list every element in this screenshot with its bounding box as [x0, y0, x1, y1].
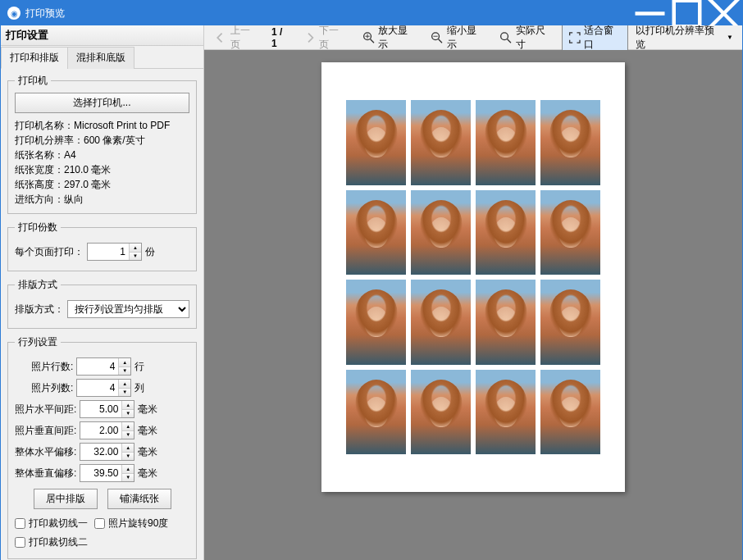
svg-line-12: [508, 39, 511, 42]
photo-thumbnail: [411, 190, 471, 275]
actual-size-icon: [499, 30, 513, 45]
grid-group: 行列设置 照片行数: ▲▼ 行 照片列数: ▲▼ 列 照片水平间距:: [7, 335, 197, 559]
rotate90-checkbox[interactable]: [94, 518, 105, 529]
tab-print-layout[interactable]: 打印和排版: [1, 47, 68, 69]
page-info: 1 / 1: [267, 26, 295, 49]
hoff-input[interactable]: ▲▼: [80, 443, 134, 461]
photo-thumbnail: [411, 370, 471, 455]
maximize-button[interactable]: [668, 1, 705, 25]
photo-thumbnail: [540, 190, 600, 275]
svg-point-11: [501, 32, 508, 39]
photo-thumbnail: [476, 370, 536, 455]
select-printer-button[interactable]: 选择打印机...: [15, 93, 189, 113]
titlebar: ◉ 打印预览: [1, 1, 742, 25]
fit-window-icon: [568, 30, 582, 45]
copies-input[interactable]: ▲▼: [87, 243, 142, 261]
printer-group: 打印机 选择打印机... 打印机名称：Microsoft Print to PD…: [7, 74, 197, 214]
page-preview: [321, 62, 625, 492]
app-icon: ◉: [7, 7, 21, 20]
svg-line-9: [439, 39, 442, 42]
copies-group: 打印份数 每个页面打印： ▲▼ 份: [7, 221, 197, 271]
photo-thumbnail: [346, 190, 406, 275]
close-button[interactable]: [705, 1, 742, 25]
photo-thumbnail: [540, 370, 600, 455]
copies-label: 每个页面打印：: [15, 245, 84, 259]
photo-thumbnail: [476, 190, 536, 275]
sidebar-tabs: 打印和排版 混排和底版: [1, 46, 203, 69]
chevron-down-icon: ▼: [727, 34, 733, 41]
next-page-button[interactable]: 下一页: [297, 25, 354, 55]
photo-thumbnail: [346, 280, 406, 365]
photo-grid: [346, 100, 600, 454]
window-title: 打印预览: [25, 7, 631, 20]
spin-up-icon[interactable]: ▲: [130, 244, 141, 253]
preview-area[interactable]: [204, 50, 742, 560]
cols-input[interactable]: ▲▼: [76, 379, 131, 397]
arrow-right-icon: [303, 30, 317, 45]
tab-mixed-base[interactable]: 混排和底版: [67, 47, 134, 69]
printer-legend: 打印机: [15, 74, 51, 88]
vgap-input[interactable]: ▲▼: [80, 421, 134, 439]
voff-input[interactable]: ▲▼: [80, 464, 134, 482]
center-layout-button[interactable]: 居中排版: [34, 489, 98, 509]
sidebar: 打印设置 打印和排版 混排和底版 打印机 选择打印机... 打印机名称：Micr…: [1, 25, 204, 560]
photo-thumbnail: [476, 280, 536, 365]
copies-legend: 打印份数: [15, 221, 61, 234]
minimize-button[interactable]: [631, 1, 668, 25]
arrow-left-icon: [213, 30, 228, 45]
photo-thumbnail: [346, 370, 406, 455]
prev-page-button[interactable]: 上一页: [207, 25, 265, 55]
photo-thumbnail: [540, 100, 600, 185]
layout-mode-group: 排版方式 排版方式： 按行列设置均匀排版: [7, 278, 197, 329]
spin-down-icon[interactable]: ▼: [130, 253, 141, 261]
layout-mode-select[interactable]: 按行列设置均匀排版: [67, 300, 189, 318]
toolbar: 上一页 1 / 1 下一页 放大显示 缩小显示: [204, 25, 742, 50]
zoom-out-icon: [430, 30, 444, 45]
zoom-in-icon: [362, 30, 376, 45]
photo-thumbnail: [476, 100, 536, 185]
photo-thumbnail: [411, 100, 471, 185]
sidebar-header: 打印设置: [1, 25, 203, 46]
cutline2-checkbox[interactable]: [15, 537, 25, 548]
hgap-input[interactable]: ▲▼: [80, 400, 134, 418]
photo-thumbnail: [540, 280, 600, 365]
svg-line-5: [370, 39, 373, 42]
rows-input[interactable]: ▲▼: [76, 357, 131, 376]
photo-thumbnail: [346, 100, 406, 185]
cutline1-checkbox[interactable]: [15, 518, 25, 529]
svg-rect-1: [674, 0, 700, 26]
fill-paper-button[interactable]: 铺满纸张: [107, 489, 171, 509]
photo-thumbnail: [411, 280, 471, 365]
